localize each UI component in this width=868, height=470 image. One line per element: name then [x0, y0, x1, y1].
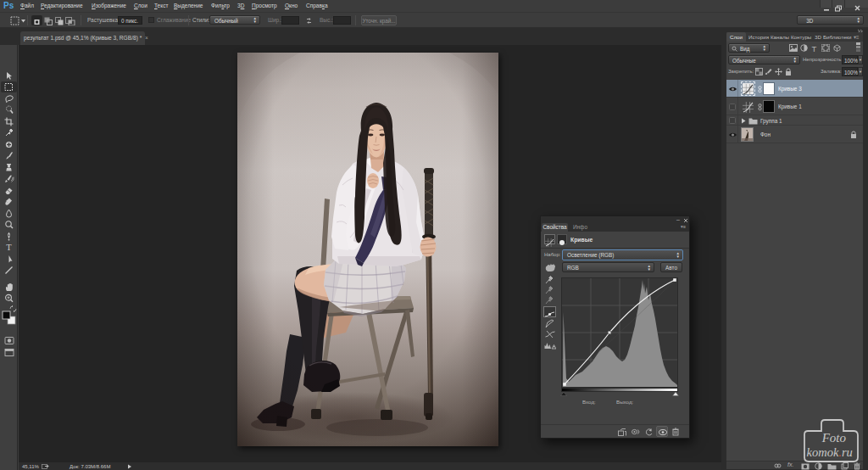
svg-text:Foto: Foto	[821, 431, 847, 445]
svg-text:komok.ru: komok.ru	[807, 445, 853, 459]
svg-text:T: T	[6, 243, 12, 252]
svg-text:T: T	[812, 44, 817, 53]
